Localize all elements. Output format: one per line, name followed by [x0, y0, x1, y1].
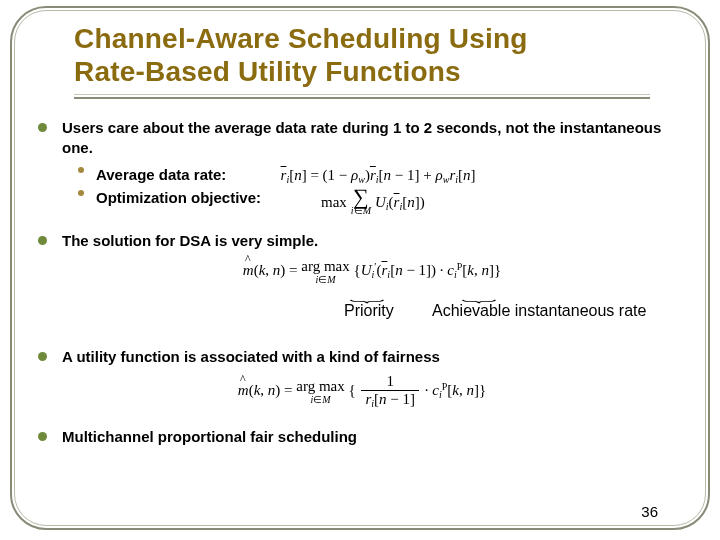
fairness-equation-block: m(k, n) = arg maxi∈M { 1 ri[n − 1] · ciP…	[34, 374, 690, 409]
sum-symbol: ∑ i∈M	[351, 188, 371, 217]
bullet-3-text: A utility function is associated with a …	[62, 348, 440, 365]
dsa-solution-block: m(k, n) = arg maxi∈M { Ui′(ri[n − 1]) · …	[34, 259, 690, 337]
achievable-rate-label: Achievable instantaneous rate	[432, 301, 646, 322]
max-label: max	[321, 193, 347, 213]
slide-body: Users care about the average data rate d…	[34, 118, 690, 455]
dsa-equation: m(k, n) = arg maxi∈M { Ui′(ri[n − 1]) · …	[243, 259, 501, 285]
bullet-4-text: Multichannel proportional fair schedulin…	[62, 428, 357, 445]
bullet-1-sub-1-label: Average data rate:	[96, 166, 226, 183]
page-number: 36	[641, 503, 658, 520]
bullet-1-sub-2: Optimization objective: max ∑ i∈M Ui(ri[…	[34, 188, 690, 217]
slide: Channel-Aware Scheduling Using Rate-Base…	[0, 0, 720, 540]
fairness-equation: m(k, n) = arg maxi∈M { 1 ri[n − 1] · ciP…	[238, 374, 486, 409]
bullet-1-sub-1: Average data rate: ri[n] = (1 − ρw)ri[n …	[34, 165, 690, 186]
slide-title: Channel-Aware Scheduling Using Rate-Base…	[74, 22, 664, 99]
bullet-3: A utility function is associated with a …	[34, 347, 690, 367]
bullet-2-text: The solution for DSA is very simple.	[62, 232, 318, 249]
bullet-1: Users care about the average data rate d…	[34, 118, 690, 157]
bullet-2: The solution for DSA is very simple.	[34, 231, 690, 251]
priority-label: Priority	[344, 301, 394, 322]
title-line-1: Channel-Aware Scheduling Using	[74, 23, 528, 54]
title-underline	[74, 94, 650, 99]
bullet-1-sub-2-label: Optimization objective:	[96, 188, 261, 208]
brace-row: ⏟ Priority ⏟ Achievable instantaneous ra…	[34, 283, 690, 337]
optimization-objective-equation: max ∑ i∈M Ui(ri[n])	[321, 188, 425, 217]
avg-rate-equation: ri[n] = (1 − ρw)ri[n − 1] + ρwri[n]	[281, 166, 476, 186]
bullet-4: Multichannel proportional fair schedulin…	[34, 427, 690, 447]
bullet-1-text: Users care about the average data rate d…	[62, 119, 661, 156]
title-line-2: Rate-Based Utility Functions	[74, 56, 461, 87]
